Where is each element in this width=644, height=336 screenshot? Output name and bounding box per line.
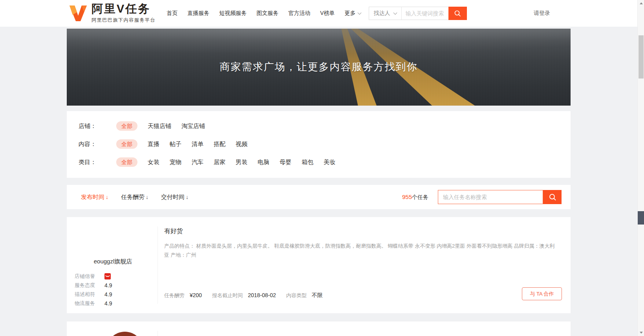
search-category-label: 找达人 (374, 10, 390, 17)
filter-option-bags[interactable]: 箱包 (302, 159, 313, 166)
nav-item-home[interactable]: 首页 (166, 10, 177, 17)
filter-option-tmall-shop[interactable]: 天猫店铺 (148, 122, 171, 130)
rating-label: 物流服务 (75, 300, 99, 307)
header-search-button[interactable] (448, 7, 467, 20)
sort-label: 发布时间 (81, 194, 104, 201)
filter-option-all[interactable]: 全部 (116, 157, 137, 167)
reputation-label: 店铺信誉 (75, 273, 99, 280)
nav-more-label: 更多 (345, 10, 356, 17)
nav-item-v-ranking[interactable]: V榜单 (320, 10, 335, 17)
rating-label: 描述相符 (75, 291, 99, 298)
task-count-number: 955 (402, 194, 412, 200)
task-count-suffix: 个任务 (412, 194, 428, 200)
sort-label: 任务酬劳 (121, 194, 145, 201)
filter-label: 店铺： (79, 122, 104, 130)
sort-label: 交付时间 (161, 194, 185, 201)
rating-value: 4.9 (104, 282, 112, 289)
hero-headline: 商家需求广场，让更多内容服务方找到你 (67, 60, 571, 74)
triangle-down-icon (640, 332, 643, 334)
filter-option-womens-wear[interactable]: 女装 (148, 159, 159, 166)
header-search: 找达人 (369, 7, 467, 20)
sort-delivery-time[interactable]: 交付时间 ↓ (161, 194, 188, 201)
floating-widget[interactable] (638, 211, 644, 225)
meta-reward: 任务酬劳 ¥200 (164, 292, 202, 299)
task-count: 955个任务 (402, 194, 428, 201)
chevron-down-icon (393, 11, 397, 15)
filter-option-list[interactable]: 清单 (192, 141, 203, 148)
chevron-down-icon (357, 11, 361, 15)
nav-item-official-activity[interactable]: 官方活动 (288, 10, 310, 17)
rating-row: 描述相符 4.9 (75, 290, 157, 299)
main-nav: 首页 直播服务 短视频服务 图文服务 官方活动 V榜单 更多 (166, 10, 360, 17)
nav-item-live-service[interactable]: 直播服务 (187, 10, 209, 17)
search-category-select[interactable]: 找达人 (369, 7, 402, 20)
top-navbar: 阿里V任务 阿里巴巴旗下内容服务平台 首页 直播服务 短视频服务 图文服务 官方… (0, 0, 637, 27)
scrollbar[interactable] (637, 0, 644, 336)
store-panel: 绅道 衣品 (67, 331, 158, 336)
filter-option-live[interactable]: 直播 (148, 141, 159, 148)
arrow-down-icon: ↓ (186, 194, 188, 200)
filter-row-shop: 店铺： 全部 天猫店铺 淘宝店铺 (79, 121, 559, 131)
rating-label: 服务态度 (75, 282, 99, 289)
filter-panel: 店铺： 全部 天猫店铺 淘宝店铺 内容： 全部 直播 帖子 清单 搭配 (67, 111, 571, 178)
task-card: 绅道 衣品 必买清单 和 生活研究所 绅道衣品 2013年入驻天猫 专注男士西裤… (67, 321, 571, 336)
filter-option-computer[interactable]: 电脑 (258, 159, 269, 166)
rating-value: 4.9 (104, 291, 112, 298)
filter-option-all[interactable]: 全部 (116, 121, 137, 131)
filter-row-content: 内容： 全部 直播 帖子 清单 搭配 视频 (79, 139, 559, 149)
filter-option-mens-wear[interactable]: 男装 (236, 159, 247, 166)
task-title[interactable]: 有好货 (164, 227, 561, 236)
brand-logo[interactable]: 阿里V任务 阿里巴巴旗下内容服务平台 (69, 3, 156, 24)
filter-option-all[interactable]: 全部 (116, 139, 137, 149)
login-link[interactable]: 请登录 (534, 10, 550, 17)
rating-row: 服务态度 4.9 (75, 281, 157, 290)
store-avatar: 绅道 衣品 (106, 332, 143, 336)
task-search (438, 190, 562, 204)
rating-value: 4.9 (104, 300, 112, 307)
meta-content-type: 内容类型 不限 (286, 292, 323, 299)
task-description: 产品的特点： 材质外面是头层，内里头层牛皮。 鞋底是橡胶防滑大底，防滑指数高，耐… (164, 241, 561, 259)
triangle-up-icon (640, 2, 643, 4)
store-ratings: 店铺信誉 服务态度 4.9 (75, 272, 157, 308)
task-search-button[interactable] (543, 190, 562, 204)
filter-option-beauty[interactable]: 美妆 (324, 159, 335, 166)
task-search-input[interactable] (438, 190, 543, 204)
header-search-input[interactable] (402, 7, 448, 20)
filter-label: 类目： (79, 159, 104, 166)
rating-row: 物流服务 4.9 (75, 299, 157, 308)
filter-option-mother-baby[interactable]: 母婴 (280, 159, 291, 166)
brand-title: 阿里V任务 (91, 3, 156, 15)
scrollbar-up-button[interactable] (638, 0, 644, 7)
sort-bar: 发布时间 ↓ 任务酬劳 ↓ 交付时间 ↓ 955个任务 (67, 185, 571, 209)
nav-item-short-video-service[interactable]: 短视频服务 (219, 10, 247, 17)
scrollbar-down-button[interactable] (638, 329, 644, 336)
filter-option-cars[interactable]: 汽车 (192, 159, 203, 166)
store-name[interactable]: eouggzl旗舰店 (75, 258, 157, 265)
task-card: eouggzl旗舰店 店铺信誉 服务态度 (67, 217, 571, 313)
filter-option-pets[interactable]: 宠物 (170, 159, 181, 166)
search-icon (454, 10, 461, 17)
brand-v-icon (69, 5, 87, 22)
nav-item-article-service[interactable]: 图文服务 (256, 10, 278, 17)
scrollbar-thumb[interactable] (639, 35, 644, 79)
store-reputation-row: 店铺信誉 (75, 272, 157, 281)
tmall-badge-icon (104, 273, 111, 279)
filter-option-post[interactable]: 帖子 (170, 141, 181, 148)
task-meta: 任务酬劳 ¥200 报名截止时间 2018-08-02 内容类型 不限 (164, 292, 333, 299)
arrow-down-icon: ↓ (146, 194, 148, 200)
filter-option-outfit[interactable]: 搭配 (214, 141, 225, 148)
cooperate-button[interactable]: 与 TA 合作 (522, 287, 562, 300)
brand-subtitle: 阿里巴巴旗下内容服务平台 (91, 17, 156, 24)
store-panel: eouggzl旗舰店 店铺信誉 服务态度 (67, 226, 158, 304)
page-viewport: 阿里V任务 阿里巴巴旗下内容服务平台 首页 直播服务 短视频服务 图文服务 官方… (0, 0, 644, 336)
meta-deadline: 报名截止时间 2018-08-02 (212, 292, 276, 299)
nav-item-more[interactable]: 更多 (345, 10, 361, 17)
filter-option-home[interactable]: 居家 (214, 159, 225, 166)
arrow-down-icon: ↓ (106, 194, 108, 200)
filter-label: 内容： (79, 141, 104, 148)
sort-publish-time[interactable]: 发布时间 ↓ (81, 194, 108, 201)
sort-task-reward[interactable]: 任务酬劳 ↓ (121, 194, 148, 201)
filter-option-video[interactable]: 视频 (236, 141, 247, 148)
search-icon (549, 193, 556, 201)
filter-option-taobao-shop[interactable]: 淘宝店铺 (181, 122, 205, 130)
